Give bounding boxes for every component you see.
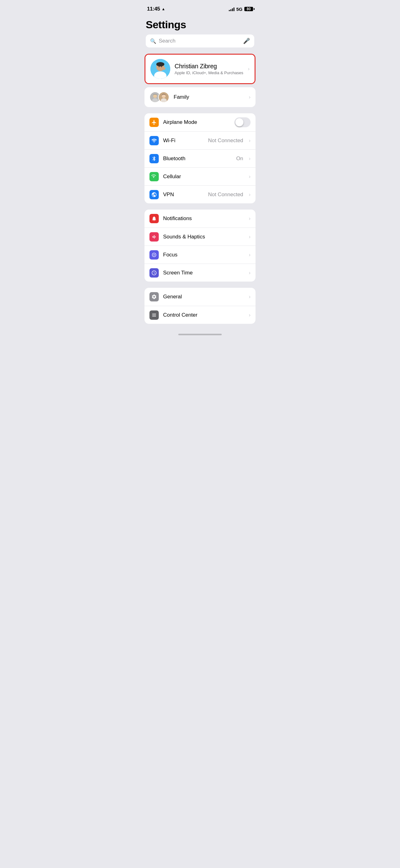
vpn-icon	[149, 190, 159, 199]
family-avatar-female	[158, 92, 169, 103]
search-bar[interactable]: 🔍 Search 🎤	[146, 34, 254, 48]
airplane-mode-toggle[interactable]	[234, 117, 251, 127]
profile-section: Christian Zibreg Apple ID, iCloud+, Medi…	[144, 54, 256, 84]
focus-row[interactable]: Focus ›	[144, 246, 256, 264]
airplane-mode-icon	[149, 118, 159, 127]
page-title: Settings	[139, 16, 261, 34]
control-center-row[interactable]: Control Center ›	[144, 306, 256, 324]
general-icon	[149, 292, 159, 302]
cellular-row[interactable]: Cellular ›	[144, 167, 256, 185]
bluetooth-label: Bluetooth	[163, 156, 232, 162]
microphone-icon[interactable]: 🎤	[243, 37, 250, 44]
focus-label: Focus	[163, 252, 244, 258]
family-section: Family ›	[144, 87, 256, 107]
family-row[interactable]: Family ›	[144, 87, 256, 107]
control-center-icon	[149, 310, 159, 320]
general-label: General	[163, 294, 244, 300]
notifications-icon	[149, 214, 159, 223]
sounds-haptics-chevron: ›	[249, 234, 251, 240]
family-label: Family	[174, 94, 244, 100]
status-bar: 11:45 ▲ 5G 80	[139, 0, 261, 16]
sounds-haptics-icon	[149, 232, 159, 242]
vpn-label: VPN	[163, 191, 204, 198]
svg-point-3	[156, 62, 164, 66]
control-center-chevron: ›	[249, 312, 251, 318]
general-chevron: ›	[249, 294, 251, 300]
profile-card[interactable]: Christian Zibreg Apple ID, iCloud+, Medi…	[144, 54, 256, 84]
screen-time-row[interactable]: Screen Time ›	[144, 264, 256, 282]
focus-chevron: ›	[249, 252, 251, 258]
location-icon: ▲	[162, 7, 165, 11]
network-label: 5G	[236, 6, 242, 12]
bluetooth-icon	[149, 154, 159, 163]
search-container: 🔍 Search 🎤	[139, 34, 261, 54]
home-indicator	[139, 330, 261, 338]
svg-point-4	[159, 66, 160, 67]
airplane-mode-row[interactable]: Airplane Mode	[144, 113, 256, 131]
bluetooth-value: On	[236, 156, 243, 162]
sounds-haptics-row[interactable]: Sounds & Haptics ›	[144, 227, 256, 246]
cellular-label: Cellular	[163, 174, 244, 180]
vpn-row[interactable]: VPN Not Connected ›	[144, 185, 256, 203]
general-row[interactable]: General ›	[144, 288, 256, 306]
svg-point-5	[161, 66, 162, 67]
connectivity-section: Airplane Mode Wi-Fi Not Connected › Blue…	[144, 113, 256, 203]
cellular-chevron: ›	[249, 174, 251, 180]
search-icon: 🔍	[150, 38, 156, 44]
svg-point-11	[161, 98, 167, 103]
vpn-chevron: ›	[249, 191, 251, 198]
signal-bars	[229, 7, 234, 11]
system-settings-section: Notifications › Sounds & Haptics › Focus…	[144, 210, 256, 282]
avatar	[151, 59, 170, 79]
profile-name: Christian Zibreg	[174, 63, 243, 70]
screen-time-chevron: ›	[249, 270, 251, 276]
device-settings-section: General › Control Center ›	[144, 288, 256, 324]
profile-subtitle: Apple ID, iCloud+, Media & Purchases	[174, 70, 243, 75]
battery-percent: 80	[246, 7, 251, 11]
profile-chevron: ›	[248, 66, 249, 72]
focus-icon	[149, 250, 159, 259]
home-bar	[178, 334, 222, 335]
family-chevron: ›	[249, 94, 251, 100]
status-time: 11:45	[147, 6, 160, 12]
wifi-row[interactable]: Wi-Fi Not Connected ›	[144, 131, 256, 149]
battery-icon: 80	[244, 7, 253, 11]
control-center-label: Control Center	[163, 312, 244, 318]
svg-point-8	[152, 98, 158, 103]
wifi-icon	[149, 136, 159, 145]
wifi-chevron: ›	[249, 137, 251, 144]
search-placeholder[interactable]: Search	[159, 38, 241, 44]
screen-time-icon	[149, 268, 159, 278]
bluetooth-row[interactable]: Bluetooth On ›	[144, 149, 256, 167]
airplane-mode-label: Airplane Mode	[163, 119, 230, 125]
family-card[interactable]: Family ›	[144, 87, 256, 107]
status-right: 5G 80	[229, 6, 253, 12]
cellular-icon	[149, 172, 159, 181]
vpn-value: Not Connected	[208, 191, 243, 198]
sounds-haptics-label: Sounds & Haptics	[163, 234, 244, 240]
family-avatars	[149, 92, 169, 103]
screen-time-label: Screen Time	[163, 270, 244, 276]
notifications-label: Notifications	[163, 215, 244, 222]
wifi-label: Wi-Fi	[163, 137, 204, 144]
bluetooth-chevron: ›	[249, 156, 251, 162]
wifi-value: Not Connected	[208, 137, 243, 144]
notifications-row[interactable]: Notifications ›	[144, 210, 256, 227]
notifications-chevron: ›	[249, 215, 251, 222]
profile-row[interactable]: Christian Zibreg Apple ID, iCloud+, Medi…	[145, 55, 255, 83]
profile-info: Christian Zibreg Apple ID, iCloud+, Medi…	[174, 63, 243, 75]
